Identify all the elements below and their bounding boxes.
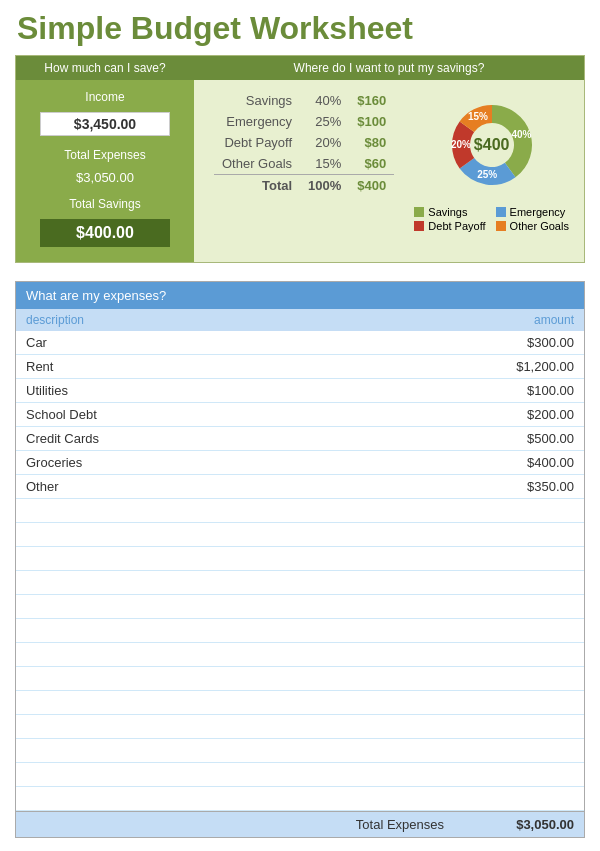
savings-row-pct: 25% <box>300 111 349 132</box>
expense-row-empty[interactable] <box>16 499 584 523</box>
expense-desc-empty[interactable] <box>26 695 454 710</box>
top-section: How much can I save? Where do I want to … <box>15 55 585 263</box>
expense-amt-empty[interactable] <box>454 527 574 542</box>
expense-desc-empty[interactable] <box>26 719 454 734</box>
expense-amt-empty[interactable] <box>454 575 574 590</box>
expense-desc-empty[interactable] <box>26 599 454 614</box>
expense-row: Other $350.00 <box>16 475 584 499</box>
expense-row-empty[interactable] <box>16 787 584 811</box>
savings-row-amt: $100 <box>349 111 394 132</box>
expense-desc-empty[interactable] <box>26 671 454 686</box>
legend-dot <box>496 207 506 217</box>
legend-dot <box>496 221 506 231</box>
savings-row-label: Other Goals <box>214 153 300 175</box>
expense-row-empty[interactable] <box>16 739 584 763</box>
top-body: Income Total Expenses $3,050.00 Total Sa… <box>16 80 584 262</box>
expense-row: Utilities $100.00 <box>16 379 584 403</box>
total-savings-value: $400.00 <box>40 219 170 247</box>
legend-label: Debt Payoff <box>428 220 485 232</box>
legend-dot <box>414 207 424 217</box>
donut-label-emergency: 25% <box>477 169 497 180</box>
expense-desc: Utilities <box>26 383 454 398</box>
expense-row: Car $300.00 <box>16 331 584 355</box>
expenses-subheader: description amount <box>16 309 584 331</box>
expense-desc-empty[interactable] <box>26 767 454 782</box>
page-title: Simple Budget Worksheet <box>15 10 585 47</box>
expense-row-empty[interactable] <box>16 643 584 667</box>
donut-label-other-goals: 15% <box>468 111 488 122</box>
expense-desc-empty[interactable] <box>26 743 454 758</box>
expense-row: Credit Cards $500.00 <box>16 427 584 451</box>
left-panel: Income Total Expenses $3,050.00 Total Sa… <box>16 80 194 262</box>
legend-label: Savings <box>428 206 467 218</box>
total-expenses-value: $3,050.00 <box>76 170 134 185</box>
expense-amt-empty[interactable] <box>454 503 574 518</box>
savings-row-label: Savings <box>214 90 300 111</box>
expense-row-empty[interactable] <box>16 595 584 619</box>
savings-row-label: Total <box>214 175 300 197</box>
savings-row-amt: $80 <box>349 132 394 153</box>
savings-row-pct: 20% <box>300 132 349 153</box>
footer-label: Total Expenses <box>26 817 454 832</box>
expense-row-empty[interactable] <box>16 547 584 571</box>
expense-amt: $300.00 <box>454 335 574 350</box>
expense-desc-empty[interactable] <box>26 791 454 806</box>
savings-table: Savings 40% $160 Emergency 25% $100 Debt… <box>214 90 394 196</box>
footer-value: $3,050.00 <box>454 817 574 832</box>
income-input[interactable] <box>40 112 170 136</box>
donut-label-savings: 40% <box>511 129 531 140</box>
expense-rows: Car $300.00 Rent $1,200.00 Utilities $10… <box>16 331 584 811</box>
expense-desc: Groceries <box>26 455 454 470</box>
expense-amt: $100.00 <box>454 383 574 398</box>
expense-row-empty[interactable] <box>16 715 584 739</box>
expense-desc: School Debt <box>26 407 454 422</box>
expense-amt-empty[interactable] <box>454 791 574 806</box>
expense-amt-empty[interactable] <box>454 719 574 734</box>
chart-area: 40%25%20%15% $400 Savings Emergency Debt… <box>409 90 574 232</box>
savings-row-amt: $60 <box>349 153 394 175</box>
expense-row: Rent $1,200.00 <box>16 355 584 379</box>
expense-amt-empty[interactable] <box>454 743 574 758</box>
header-left: How much can I save? <box>16 56 194 80</box>
chart-legend: Savings Emergency Debt Payoff Other Goal… <box>414 206 569 232</box>
legend-item-debt-payoff: Debt Payoff <box>414 220 485 232</box>
expense-desc: Rent <box>26 359 454 374</box>
right-panel: Savings 40% $160 Emergency 25% $100 Debt… <box>194 80 584 262</box>
expense-row-empty[interactable] <box>16 523 584 547</box>
expense-row-empty[interactable] <box>16 619 584 643</box>
expense-amt-empty[interactable] <box>454 767 574 782</box>
savings-row-pct: 15% <box>300 153 349 175</box>
expense-row: School Debt $200.00 <box>16 403 584 427</box>
donut-center-label: $400 <box>474 136 510 154</box>
legend-item-savings: Savings <box>414 206 485 218</box>
expense-amt-empty[interactable] <box>454 695 574 710</box>
expense-desc-empty[interactable] <box>26 623 454 638</box>
expense-amt-empty[interactable] <box>454 647 574 662</box>
expense-desc-empty[interactable] <box>26 575 454 590</box>
legend-item-other-goals: Other Goals <box>496 220 569 232</box>
expense-desc-empty[interactable] <box>26 551 454 566</box>
col-desc-header: description <box>26 313 454 327</box>
savings-row-pct: 40% <box>300 90 349 111</box>
expense-row-empty[interactable] <box>16 691 584 715</box>
expenses-section: What are my expenses? description amount… <box>15 281 585 838</box>
header-right: Where do I want to put my savings? <box>194 56 584 80</box>
legend-dot <box>414 221 424 231</box>
expense-amt-empty[interactable] <box>454 671 574 686</box>
expense-desc-empty[interactable] <box>26 647 454 662</box>
expense-desc: Car <box>26 335 454 350</box>
expense-row-empty[interactable] <box>16 571 584 595</box>
income-label: Income <box>85 90 124 104</box>
expense-desc-empty[interactable] <box>26 527 454 542</box>
legend-item-emergency: Emergency <box>496 206 569 218</box>
expense-row-empty[interactable] <box>16 667 584 691</box>
expense-desc: Credit Cards <box>26 431 454 446</box>
expense-amt: $500.00 <box>454 431 574 446</box>
expense-amt-empty[interactable] <box>454 623 574 638</box>
savings-row-label: Emergency <box>214 111 300 132</box>
expense-amt-empty[interactable] <box>454 551 574 566</box>
expense-desc-empty[interactable] <box>26 503 454 518</box>
expense-row-empty[interactable] <box>16 763 584 787</box>
expense-amt-empty[interactable] <box>454 599 574 614</box>
savings-row-amt: $400 <box>349 175 394 197</box>
